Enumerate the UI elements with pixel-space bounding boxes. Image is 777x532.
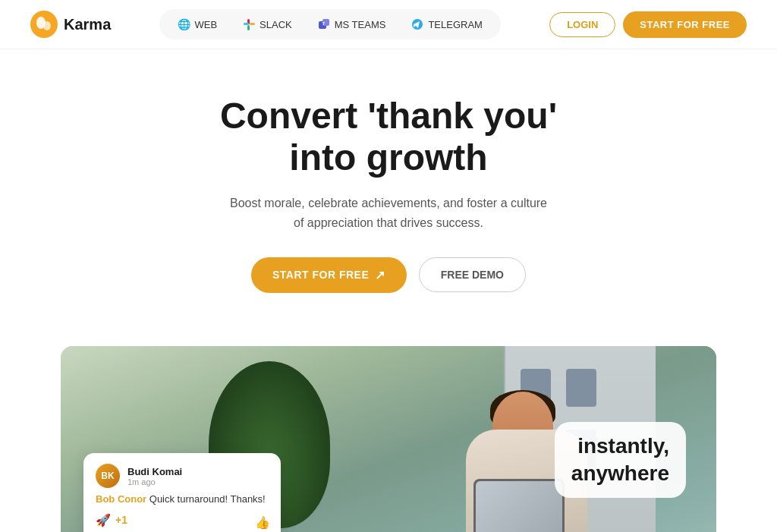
- nav-platform-links: 🌐 WEB SLACK T MS TEAM: [159, 9, 500, 39]
- plus-one-badge: +1: [115, 514, 127, 526]
- overlay-line2: anywhere: [571, 460, 669, 487]
- nav-link-telegram-label: TELEGRAM: [428, 19, 483, 30]
- notif-name-1: Budi Komai: [127, 466, 182, 477]
- notif-mention-1: Bob Conor: [96, 493, 146, 505]
- hero-heading-line2: into growth: [289, 137, 487, 178]
- free-demo-button[interactable]: FREE DEMO: [419, 257, 526, 292]
- slack-icon: [243, 18, 255, 30]
- hero-image: instantly, anywhere BK Budi Komai 1m ago…: [61, 346, 716, 532]
- hero-cta-buttons: START FOR FREE ↗ FREE DEMO: [30, 257, 747, 293]
- overlay-instantly-text: instantly, anywhere: [555, 422, 686, 499]
- arrow-icon: ↗: [375, 268, 385, 282]
- svg-rect-4: [244, 23, 249, 25]
- svg-point-2: [43, 21, 51, 30]
- laptop-screen: [476, 481, 562, 532]
- avatar-budi: BK: [96, 464, 120, 488]
- karma-logo-icon: [30, 11, 58, 38]
- nav-link-slack[interactable]: SLACK: [232, 14, 303, 35]
- nav-link-web[interactable]: 🌐 WEB: [167, 14, 228, 35]
- nav-link-telegram[interactable]: TELEGRAM: [401, 14, 493, 35]
- avatar-initials-1: BK: [101, 471, 114, 481]
- rocket-emoji: 🚀: [96, 513, 111, 527]
- overlay-line1: instantly,: [571, 433, 669, 460]
- hero-heading-line1: Convert 'thank you': [220, 96, 557, 136]
- notif-reaction-1: 🚀 +1: [96, 513, 269, 527]
- person-laptop: [473, 479, 565, 532]
- svg-rect-6: [250, 23, 255, 25]
- hero-section: Convert 'thank you' into growth Boost mo…: [0, 49, 777, 346]
- start-for-free-hero-button[interactable]: START FOR FREE ↗: [251, 257, 407, 293]
- nav-link-ms-teams-label: MS TEAMS: [335, 19, 386, 30]
- like-icon: 👍: [255, 515, 270, 530]
- nav-actions: LOGIN START FOR FREE: [549, 11, 747, 38]
- start-for-free-nav-button[interactable]: START FOR FREE: [623, 11, 747, 38]
- brand-name: Karma: [64, 16, 111, 33]
- svg-rect-5: [247, 25, 250, 30]
- nav-link-ms-teams[interactable]: T MS TEAMS: [307, 14, 397, 35]
- navbar: Karma 🌐 WEB SLACK T: [0, 0, 777, 49]
- notif-header-1: BK Budi Komai 1m ago: [96, 464, 269, 488]
- nav-link-web-label: WEB: [194, 19, 217, 30]
- globe-icon: 🌐: [178, 18, 190, 30]
- nav-link-slack-label: SLACK: [260, 19, 292, 30]
- login-button[interactable]: LOGIN: [549, 12, 615, 37]
- notif-message-1: Bob Conor Quick turnaround! Thanks!: [96, 493, 269, 506]
- notification-card-1: BK Budi Komai 1m ago Bob Conor Quick tur…: [83, 453, 281, 532]
- hero-subtext: Boost morale, celebrate achievements, an…: [229, 194, 548, 232]
- start-for-free-label: START FOR FREE: [272, 269, 369, 281]
- telegram-icon: [411, 18, 423, 30]
- notif-message-text-1: Quick turnaround! Thanks!: [149, 493, 266, 505]
- logo-area[interactable]: Karma: [30, 11, 111, 38]
- notif-time-1: 1m ago: [127, 477, 182, 486]
- hero-heading: Convert 'thank you' into growth: [30, 95, 747, 178]
- svg-text:T: T: [322, 21, 325, 26]
- teams-icon: T: [318, 18, 330, 30]
